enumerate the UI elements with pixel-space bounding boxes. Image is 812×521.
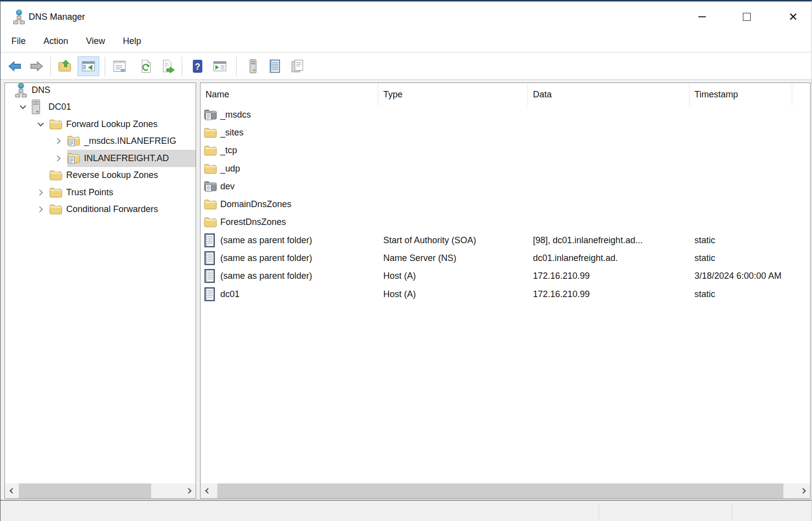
record-name: (same as parent folder) (220, 235, 312, 246)
back-icon (7, 59, 22, 74)
column-header-type[interactable]: Type (378, 83, 528, 106)
status-bar (0, 500, 812, 521)
forward-button[interactable] (27, 56, 46, 76)
record-icon (204, 287, 220, 302)
scroll-right-button[interactable] (797, 483, 810, 498)
scrollbar-thumb[interactable] (19, 483, 151, 498)
close-button[interactable]: ✕ (781, 6, 806, 28)
new-window-icon (212, 59, 227, 74)
scroll-left-button[interactable] (201, 483, 213, 498)
up-one-level-icon (58, 59, 73, 74)
menu-action[interactable]: Action (43, 36, 68, 46)
tree-horizontal-scrollbar[interactable] (5, 483, 196, 498)
menu-file[interactable]: File (11, 36, 26, 46)
show-console-tree-icon (81, 59, 96, 74)
tree-item-dc01[interactable]: DC01 (5, 99, 196, 116)
chevron-left-icon (9, 488, 15, 493)
close-icon: ✕ (788, 11, 798, 23)
list-row-dev[interactable]: dev (201, 177, 810, 195)
export-list-icon (161, 59, 175, 74)
scrollbar-thumb[interactable] (217, 483, 783, 498)
folder-icon (204, 128, 220, 138)
minimize-button[interactable] (690, 6, 714, 28)
toolbar-separator (105, 57, 105, 76)
window-title: DNS Manager (29, 12, 85, 22)
record-data: 172.16.210.99 (528, 271, 690, 281)
list-row-forestdnszones[interactable]: ForestDnsZones (201, 214, 810, 231)
folder-icon (49, 204, 66, 215)
scroll-left-button[interactable] (5, 483, 18, 498)
tree-item--msdcs-inlanefreig[interactable]: _msdcs.INLANEFREIG (5, 133, 196, 150)
record-timestamp: static (690, 289, 792, 300)
scroll-right-button[interactable] (183, 483, 196, 498)
toolbar-separator (50, 57, 51, 76)
list-horizontal-scrollbar[interactable] (201, 483, 810, 498)
record-name: (same as parent folder) (220, 253, 312, 263)
refresh-button[interactable] (137, 56, 156, 76)
tree-item-conditional-forwarders[interactable]: Conditional Forwarders (5, 201, 196, 218)
tree-item-label: Conditional Forwarders (66, 204, 158, 215)
menu-help[interactable]: Help (123, 36, 141, 46)
help-button[interactable]: ? (188, 56, 207, 76)
chevron-left-icon (205, 488, 210, 493)
tree-item-forward-lookup-zones[interactable]: Forward Lookup Zones (5, 116, 196, 133)
folder-icon (49, 119, 66, 130)
folder-icon (49, 187, 66, 198)
list-row--same-as-parent-folder-[interactable]: (same as parent folder)Start of Authorit… (201, 231, 810, 249)
properties-button[interactable] (110, 56, 129, 76)
records-list-panel: NameTypeDataTimestamp _msdcs_sites_tcp_u… (200, 83, 811, 499)
list-row--udp[interactable]: _udp (201, 160, 810, 177)
chevron-down-icon[interactable] (20, 103, 26, 109)
back-button[interactable] (5, 56, 24, 76)
record-name: dc01 (220, 289, 240, 300)
tree-item-label: DC01 (48, 102, 71, 112)
record-type: Host (A) (378, 271, 528, 281)
server-icon (32, 99, 48, 115)
column-header-data[interactable]: Data (528, 83, 690, 106)
show-console-tree-button[interactable] (78, 56, 99, 76)
tree-item-label: _msdcs.INLANEFREIG (84, 136, 176, 146)
record-name: dev (220, 181, 235, 192)
list-row--same-as-parent-folder-[interactable]: (same as parent folder)Host (A)172.16.21… (201, 267, 810, 285)
list-row-domaindnszones[interactable]: DomainDnsZones (201, 195, 810, 213)
column-header-timestamp[interactable]: Timestamp (690, 83, 792, 106)
toolbar-separator (182, 57, 182, 76)
tree-item-label: Forward Lookup Zones (66, 119, 158, 130)
tree-item-reverse-lookup-zones[interactable]: Reverse Lookup Zones (5, 167, 196, 184)
record-type: Host (A) (378, 289, 528, 300)
maximize-button[interactable] (734, 6, 759, 28)
list-row--same-as-parent-folder-[interactable]: (same as parent folder)Name Server (NS)d… (201, 249, 810, 267)
chevron-right-icon[interactable] (54, 138, 61, 144)
workspace: DNSDC01Forward Lookup Zones_msdcs.INLANE… (0, 80, 812, 500)
list-row--tcp[interactable]: _tcp (201, 142, 810, 160)
menu-view[interactable]: View (86, 36, 105, 46)
record-name: ForestDnsZones (220, 217, 286, 227)
record-name: _sites (220, 128, 244, 138)
list-row--sites[interactable]: _sites (201, 124, 810, 141)
new-window-button[interactable] (210, 56, 229, 76)
list-row-dc01[interactable]: dc01Host (A)172.16.210.99static (201, 285, 810, 303)
tree-item-inlanefreight-ad[interactable]: INLANEFREIGHT.AD (5, 150, 196, 167)
tree-item-label: Reverse Lookup Zones (66, 170, 158, 180)
toolbar: ? (0, 53, 812, 80)
up-one-level-button[interactable] (56, 56, 75, 76)
chevron-right-icon[interactable] (37, 206, 43, 213)
chevron-right-icon[interactable] (37, 189, 43, 196)
column-header-name[interactable]: Name (201, 83, 378, 106)
record-timestamp: 3/18/2024 6:00:00 AM (690, 271, 792, 281)
properties-icon (112, 59, 127, 74)
tree-item-dns[interactable]: DNS (5, 83, 196, 99)
list-row--msdcs[interactable]: _msdcs (201, 106, 810, 124)
tree-item-trust-points[interactable]: Trust Points (5, 184, 196, 201)
server-button[interactable] (244, 56, 262, 76)
toolbar-separator (236, 57, 237, 76)
copy-record-button[interactable] (288, 56, 307, 76)
record-data: 172.16.210.99 (528, 289, 690, 300)
record-list-button[interactable] (265, 56, 284, 76)
zone-icon (67, 135, 84, 147)
dns-manager-app-icon (12, 8, 25, 25)
chevron-right-icon[interactable] (54, 155, 61, 162)
chevron-down-icon[interactable] (38, 120, 44, 127)
export-list-button[interactable] (159, 56, 177, 76)
tree-item-label: Trust Points (66, 187, 113, 198)
